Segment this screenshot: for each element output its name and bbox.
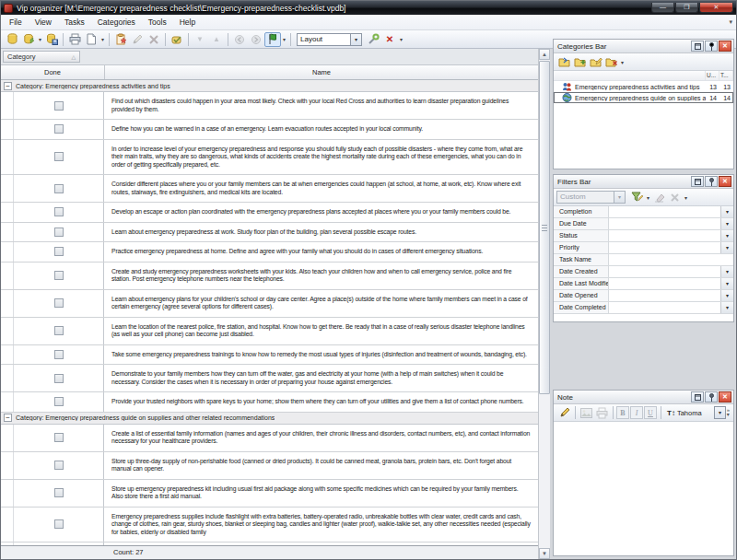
list-scrollbar[interactable]: ▲ ▼ <box>538 49 550 559</box>
task-row[interactable]: Demonstrate to your family members how t… <box>1 365 538 392</box>
filter-dropdown-icon[interactable]: ▾ <box>720 266 733 277</box>
collapse-icon[interactable]: − <box>4 414 12 422</box>
pin-panel-icon[interactable] <box>705 391 718 402</box>
layout-combo-dropdown-icon[interactable]: ▾ <box>350 33 362 46</box>
total-column-header[interactable]: T... <box>719 71 733 80</box>
scrollbar-thumb[interactable] <box>539 61 550 394</box>
open-database-button[interactable] <box>20 32 37 47</box>
task-row[interactable]: Develop an escape or action plan coordin… <box>1 203 538 223</box>
toolbar-overflow-icon[interactable]: »▾ <box>727 408 731 417</box>
filter-value[interactable] <box>609 290 720 301</box>
uncompleted-column-header[interactable]: U... <box>706 71 719 80</box>
filter-value[interactable] <box>609 278 720 289</box>
scroll-down-icon[interactable]: ▼ <box>539 548 550 559</box>
close-panel-icon[interactable]: ✕ <box>719 41 731 52</box>
task-checkbox[interactable] <box>54 298 64 308</box>
menu-overflow-icon[interactable]: ▾ <box>729 18 736 26</box>
underline-button[interactable]: U <box>644 406 657 419</box>
delete-layout-button[interactable]: ✕ <box>381 32 398 47</box>
new-database-button[interactable] <box>4 32 20 47</box>
filter-dropdown-icon[interactable]: ▾ <box>720 302 733 313</box>
category-item[interactable]: Emergency preparedness activities and ti… <box>554 81 733 92</box>
column-header-done[interactable]: Done <box>1 65 105 79</box>
task-row[interactable]: Create a list of essential family inform… <box>1 425 538 452</box>
task-checkbox[interactable] <box>54 207 64 216</box>
task-row[interactable]: Emergency preparedness supplies include … <box>1 508 538 543</box>
prev-task-button[interactable] <box>231 32 248 47</box>
collapse-icon[interactable]: − <box>4 82 12 90</box>
layout-combobox[interactable]: Layout ▾ <box>297 33 362 46</box>
complete-task-button[interactable] <box>169 32 185 47</box>
task-checkbox[interactable] <box>54 124 64 134</box>
font-dropdown-icon[interactable]: ▾ <box>714 406 726 419</box>
move-up-button[interactable]: ▲ <box>208 32 225 47</box>
flag-button[interactable] <box>264 32 281 47</box>
task-checkbox[interactable] <box>54 184 64 193</box>
filter-value[interactable] <box>609 242 720 253</box>
filter-preset-dropdown-icon[interactable]: ▾ <box>614 191 626 204</box>
apply-filter-button[interactable] <box>629 191 645 204</box>
task-row[interactable]: Store up emergency preparedness kit incl… <box>1 480 538 508</box>
filter-value[interactable] <box>609 206 720 217</box>
edit-task-button[interactable] <box>129 32 146 47</box>
flag-dropdown-icon[interactable]: ▾ <box>281 36 287 42</box>
task-checkbox[interactable] <box>54 433 64 442</box>
menu-tasks[interactable]: Tasks <box>58 16 91 29</box>
filter-dropdown-icon[interactable]: ▾ <box>720 206 733 217</box>
new-category-button[interactable] <box>572 55 588 69</box>
task-checkbox[interactable] <box>54 326 64 335</box>
filter-value[interactable] <box>609 230 720 241</box>
task-checkbox[interactable] <box>54 350 64 359</box>
new-task-button[interactable] <box>112 32 129 47</box>
open-database-dropdown-icon[interactable]: ▾ <box>37 36 43 42</box>
insert-image-button[interactable] <box>579 406 594 420</box>
task-checkbox[interactable] <box>54 519 64 529</box>
delete-task-button[interactable] <box>146 32 162 47</box>
edit-note-button[interactable] <box>556 406 572 420</box>
group-by-category-button[interactable]: Category △ <box>3 51 80 63</box>
delete-filter-button[interactable] <box>667 191 683 204</box>
print-note-button[interactable] <box>594 406 610 420</box>
menu-view[interactable]: View <box>29 16 58 29</box>
task-row[interactable]: Practice emergency preparedness at home.… <box>1 242 538 262</box>
filters-toolbar-dropdown-icon[interactable]: ▾ <box>683 194 689 201</box>
menu-file[interactable]: File <box>3 16 29 29</box>
filter-dropdown-icon[interactable]: ▾ <box>720 218 733 229</box>
maximize-button[interactable]: ❐ <box>675 3 698 13</box>
categories-toolbar-dropdown-icon[interactable]: ▾ <box>619 59 626 65</box>
filter-preset-value[interactable]: Custom <box>556 191 614 204</box>
filter-preset-combobox[interactable]: Custom ▾ <box>556 191 626 204</box>
restore-panel-icon[interactable] <box>691 391 704 402</box>
pin-panel-icon[interactable] <box>705 176 718 187</box>
layout-combo-value[interactable]: Layout <box>297 33 350 46</box>
customize-layout-button[interactable] <box>365 32 381 47</box>
task-row[interactable]: Take some emergency preparedness trainin… <box>1 345 538 366</box>
font-name-value[interactable]: Tahoma <box>677 409 714 417</box>
task-checkbox[interactable] <box>54 374 64 383</box>
print-button[interactable] <box>66 32 83 47</box>
task-row[interactable]: In order to increase level of your emerg… <box>1 140 538 176</box>
note-text-area[interactable] <box>554 422 733 555</box>
task-checkbox[interactable] <box>54 152 64 161</box>
group-row[interactable]: − Category: Emergency preparedness guide… <box>1 413 538 425</box>
menu-categories[interactable]: Categories <box>91 16 142 29</box>
close-panel-icon[interactable]: ✕ <box>719 391 731 402</box>
task-row[interactable]: Define how you can be warned in a case o… <box>1 120 538 140</box>
column-header-name[interactable]: Name <box>105 65 538 79</box>
delete-category-button[interactable] <box>603 55 619 69</box>
group-row[interactable]: − Category: Emergency preparedness activ… <box>1 80 538 92</box>
menu-help[interactable]: Help <box>173 16 202 29</box>
bold-button[interactable]: B <box>616 406 629 419</box>
filter-value[interactable] <box>609 254 733 265</box>
save-database-button[interactable] <box>43 32 60 47</box>
menu-tools[interactable]: Tools <box>142 16 173 29</box>
task-row[interactable]: Create and study emergency preparedness … <box>1 262 538 290</box>
filter-dropdown-icon[interactable]: ▾ <box>720 290 733 301</box>
filter-value[interactable] <box>609 302 720 313</box>
task-row[interactable]: Find out which disasters could happen in… <box>1 92 538 120</box>
print-preview-button[interactable] <box>83 32 99 47</box>
filter-value[interactable] <box>609 266 720 277</box>
task-checkbox[interactable] <box>54 271 64 280</box>
task-row[interactable]: Learn about emergency plans for your chi… <box>1 290 538 318</box>
edit-category-button[interactable] <box>588 55 603 69</box>
